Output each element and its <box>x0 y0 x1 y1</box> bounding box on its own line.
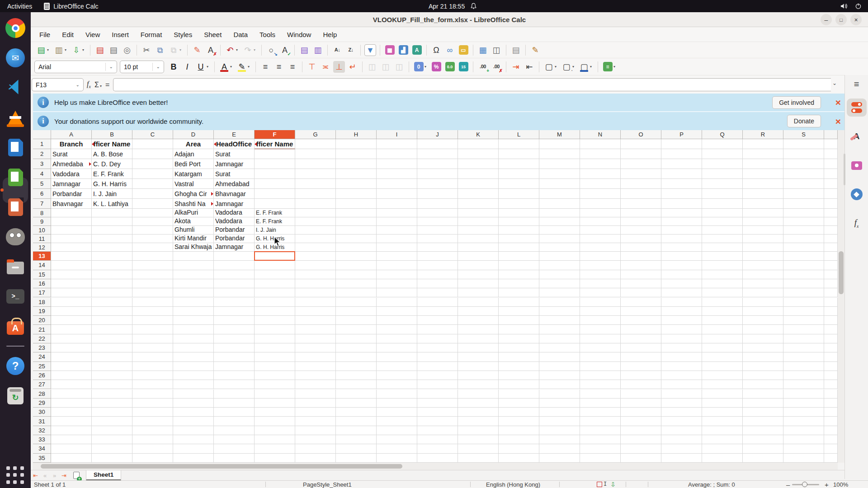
cell-C6[interactable] <box>132 189 173 199</box>
cell-N23[interactable] <box>580 343 621 352</box>
cell-M28[interactable] <box>539 389 580 399</box>
cell-R32[interactable] <box>743 426 783 435</box>
cell-D25[interactable] <box>173 362 214 371</box>
maximize-button[interactable]: □ <box>835 14 847 25</box>
cell-J21[interactable] <box>417 325 458 334</box>
cut-icon[interactable]: ✂ <box>141 44 152 56</box>
cell-A10[interactable] <box>51 226 92 235</box>
row-header-22[interactable]: 22 <box>33 334 51 343</box>
power-icon[interactable] <box>855 3 862 9</box>
cell-P16[interactable] <box>661 279 702 288</box>
cell-L8[interactable] <box>499 209 539 217</box>
cell-S16[interactable] <box>783 279 824 288</box>
cell-K21[interactable] <box>458 325 499 334</box>
cell-I34[interactable] <box>377 444 417 453</box>
border-style-dropdown-icon[interactable]: ▾ <box>572 65 577 69</box>
border-style-button[interactable]: ▢· <box>561 61 572 73</box>
cell-K17[interactable] <box>458 288 499 297</box>
cell-H28[interactable] <box>336 389 377 399</box>
properties-icon[interactable] <box>847 99 867 117</box>
cell-G5[interactable] <box>295 179 336 189</box>
page-style-label[interactable]: PageStyle_Sheet1 <box>303 481 352 488</box>
close-button[interactable]: × <box>850 14 862 25</box>
cell-O34[interactable] <box>621 444 661 453</box>
cell-F3[interactable] <box>255 159 295 169</box>
cell-Q35[interactable] <box>702 454 743 463</box>
cell-O27[interactable] <box>621 380 661 389</box>
export-pdf-icon[interactable]: ▤ <box>94 44 106 56</box>
cell-G1[interactable] <box>295 139 336 149</box>
cell-O1[interactable] <box>621 139 661 149</box>
cell-Q18[interactable] <box>702 298 743 307</box>
cell-D27[interactable] <box>173 380 214 389</box>
minimize-button[interactable]: – <box>821 14 832 25</box>
cell-A14[interactable] <box>51 261 92 270</box>
cell-N17[interactable] <box>580 288 621 297</box>
cell-R25[interactable] <box>743 362 783 371</box>
cell-B30[interactable] <box>92 408 132 417</box>
cell-P2[interactable] <box>661 149 702 159</box>
cell-Q1[interactable] <box>702 139 743 149</box>
cell-J14[interactable] <box>417 261 458 270</box>
cell-M22[interactable] <box>539 334 580 343</box>
cell-A23[interactable] <box>51 343 92 352</box>
cell-L6[interactable] <box>499 189 539 199</box>
cell-S1[interactable] <box>783 139 824 149</box>
column-header-P[interactable]: P <box>661 130 702 139</box>
cell-M27[interactable] <box>539 380 580 389</box>
cell-I6[interactable] <box>377 189 417 199</box>
cell-P31[interactable] <box>661 417 702 426</box>
cell-K6[interactable] <box>458 189 499 199</box>
cell-R10[interactable] <box>743 226 783 235</box>
cell-F10[interactable]: I. J. Jain <box>255 226 295 235</box>
cell-S9[interactable] <box>783 217 824 226</box>
cell-R23[interactable] <box>743 343 783 352</box>
italic-button[interactable]: I <box>181 61 193 73</box>
cell-K31[interactable] <box>458 417 499 426</box>
cell-A9[interactable] <box>51 217 92 226</box>
dock-item-terminal[interactable]: >_ <box>5 286 26 307</box>
cell-C34[interactable] <box>132 444 173 453</box>
cell-K12[interactable] <box>458 243 499 252</box>
cell-B29[interactable] <box>92 399 132 408</box>
cell-K35[interactable] <box>458 454 499 463</box>
cell-O32[interactable] <box>621 426 661 435</box>
cell-F1[interactable]: fficer Name <box>255 139 295 149</box>
cell-E16[interactable] <box>214 279 255 288</box>
cell-J29[interactable] <box>417 399 458 408</box>
cell-G14[interactable] <box>295 261 336 270</box>
cell-R21[interactable] <box>743 325 783 334</box>
decrease-indent-button[interactable]: ⇤ <box>524 61 535 73</box>
cell-M33[interactable] <box>539 435 580 444</box>
cell-S18[interactable] <box>783 298 824 307</box>
cell-F7[interactable] <box>255 199 295 209</box>
cell-N22[interactable] <box>580 334 621 343</box>
cell-N35[interactable] <box>580 454 621 463</box>
cell-D12[interactable]: Sarai Khwaja <box>173 243 214 252</box>
cell-G25[interactable] <box>295 362 336 371</box>
cell-S14[interactable] <box>783 261 824 270</box>
row-header-1[interactable]: 1 <box>33 139 51 149</box>
cell-L5[interactable] <box>499 179 539 189</box>
cell-K7[interactable] <box>458 199 499 209</box>
copy-icon[interactable]: ⧉ <box>154 44 166 56</box>
cell-J4[interactable] <box>417 169 458 179</box>
cell-M3[interactable] <box>539 159 580 169</box>
cell-K1[interactable] <box>458 139 499 149</box>
cell-E15[interactable] <box>214 270 255 279</box>
cell-J3[interactable] <box>417 159 458 169</box>
cell-O11[interactable] <box>621 235 661 243</box>
cell-Q7[interactable] <box>702 199 743 209</box>
cell-O29[interactable] <box>621 399 661 408</box>
cell-D8[interactable]: AlkaPuri <box>173 209 214 217</box>
cell-N32[interactable] <box>580 426 621 435</box>
cell-M17[interactable] <box>539 288 580 297</box>
row-header-9[interactable]: 9 <box>33 217 51 226</box>
cell-O9[interactable] <box>621 217 661 226</box>
cell-C21[interactable] <box>132 325 173 334</box>
currency-format-button[interactable]: 0 <box>413 61 425 73</box>
cell-K4[interactable] <box>458 169 499 179</box>
align-left-button[interactable]: ≡ <box>259 61 271 73</box>
cell-K26[interactable] <box>458 371 499 380</box>
cell-S25[interactable] <box>783 362 824 371</box>
